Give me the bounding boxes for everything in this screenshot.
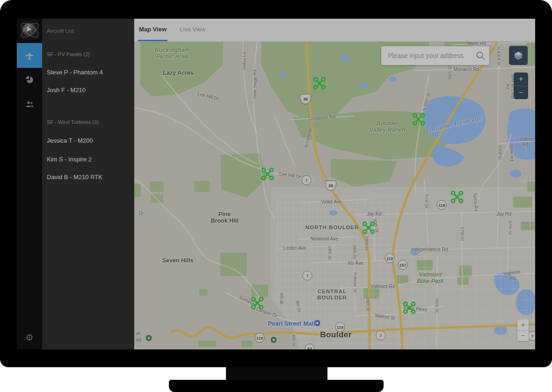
google-zoom-in-button[interactable]: + — [517, 319, 529, 331]
route-shield: 119 — [335, 322, 345, 332]
google-zoom-control: + − — [517, 319, 529, 341]
aircraft-item[interactable]: Kim S - Inspire 2 — [47, 156, 92, 163]
aircraft-item[interactable]: Jessica T - M200 — [47, 137, 93, 144]
group-label-wind-turbines: SF - Wind Turbines (3) — [47, 119, 99, 125]
nav-aircraft-button[interactable] — [17, 43, 42, 68]
aircraft-item[interactable]: David B - M210 RTK — [47, 174, 102, 181]
search-input[interactable] — [381, 52, 475, 59]
view-tabs-bar: Map View Live View — [134, 19, 535, 42]
nav-statistics-button[interactable] — [17, 71, 42, 88]
route-shield: 7 — [303, 271, 312, 281]
gear-icon: ⚙ — [25, 332, 33, 343]
layers-icon — [513, 50, 524, 61]
app-logo — [20, 20, 39, 40]
drone-marker[interactable] — [450, 190, 464, 203]
page: ⚙ Aircraft List SF - PV Panels (2) Steve… — [0, 0, 552, 392]
zoom-out-button[interactable]: − — [514, 86, 528, 99]
drone-marker[interactable] — [251, 297, 264, 310]
nav-team-button[interactable] — [17, 95, 42, 112]
tab-map-view[interactable]: Map View — [138, 19, 167, 41]
route-shield: 119 — [255, 333, 265, 343]
monitor-stand-base — [169, 380, 384, 392]
aircraft-item[interactable]: Josh F - M210 — [47, 87, 86, 94]
group-label-pv-panels: SF - PV Panels (2) — [47, 51, 90, 57]
aircraft-list-title: Aircraft List — [47, 28, 74, 34]
map-zoom-control: + − — [514, 73, 528, 99]
zoom-in-button[interactable]: + — [514, 73, 528, 86]
drone-marker[interactable] — [313, 77, 326, 90]
icon-rail: ⚙ — [17, 19, 42, 349]
aircraft-list-panel: Aircraft List SF - PV Panels (2) Steve P… — [42, 19, 134, 349]
aircraft-item[interactable]: Steve P - Phantom 4 — [47, 69, 103, 76]
settings-button[interactable]: ⚙ — [17, 328, 42, 346]
airplane-icon — [24, 51, 35, 61]
map-layers-button[interactable] — [509, 46, 528, 65]
address-search — [381, 46, 489, 65]
app-screen: ⚙ Aircraft List SF - PV Panels (2) Steve… — [17, 19, 535, 349]
route-shield: 7 — [302, 175, 312, 185]
drone-marker[interactable] — [403, 301, 416, 314]
park-poi-icon — [271, 336, 277, 345]
route-shield: 7 — [376, 331, 386, 341]
map-canvas[interactable]: Buckingham Picnic AreaLazy AcresValley L… — [134, 41, 535, 349]
drone-marker[interactable] — [412, 113, 425, 126]
park-poi-icon — [146, 334, 152, 343]
map-background — [134, 41, 535, 349]
route-shield: 119 — [385, 254, 395, 263]
route-shield: 119 — [437, 200, 447, 210]
mall-poi-icon — [314, 319, 320, 328]
google-zoom-out-button[interactable]: − — [517, 331, 529, 341]
drone-marker[interactable] — [261, 167, 274, 181]
drone-marker[interactable] — [362, 221, 375, 234]
monitor-stand-neck — [226, 367, 327, 381]
route-shield: 157 — [398, 260, 408, 270]
globe-logo-icon — [22, 23, 36, 37]
pie-chart-icon — [25, 75, 34, 84]
team-icon — [25, 99, 35, 109]
magnifier-icon[interactable] — [475, 51, 486, 61]
tab-live-view[interactable]: Live View — [179, 19, 206, 41]
